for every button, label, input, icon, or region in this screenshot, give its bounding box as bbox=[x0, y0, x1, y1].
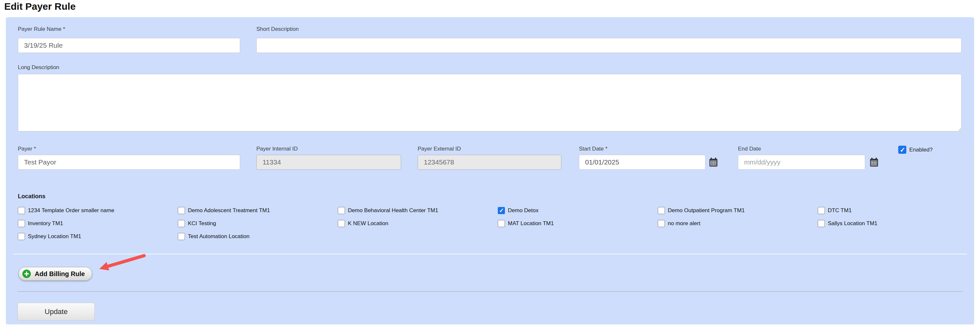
payer-label: Payer * bbox=[18, 146, 36, 152]
location-label: MAT Location TM1 bbox=[508, 220, 554, 227]
location-label: Demo Detox bbox=[508, 207, 538, 214]
checkbox-icon[interactable] bbox=[498, 220, 505, 227]
payer-rule-name-label: Payer Rule Name * bbox=[18, 26, 65, 32]
location-checkbox-item[interactable]: Demo Outpatient Program TM1 bbox=[658, 207, 818, 214]
checkbox-icon[interactable] bbox=[178, 233, 185, 240]
start-date-input[interactable] bbox=[579, 155, 705, 170]
payer-internal-id-label: Payer Internal ID bbox=[256, 146, 298, 152]
update-button[interactable]: Update bbox=[18, 303, 95, 320]
checkbox-icon[interactable] bbox=[18, 233, 25, 240]
calendar-icon[interactable] bbox=[870, 158, 878, 167]
location-checkbox-item[interactable]: no more alert bbox=[658, 220, 818, 227]
checkbox-icon[interactable] bbox=[338, 220, 345, 227]
location-label: Inventory TM1 bbox=[28, 220, 63, 227]
checkbox-icon[interactable] bbox=[818, 220, 825, 227]
calendar-icon[interactable] bbox=[709, 158, 718, 167]
checkbox-icon[interactable] bbox=[18, 207, 25, 214]
long-description-label: Long Description bbox=[18, 64, 59, 71]
location-checkbox-item[interactable]: Demo Adolescent Treatment TM1 bbox=[178, 207, 338, 214]
location-checkbox-item[interactable]: MAT Location TM1 bbox=[498, 220, 658, 227]
checkbox-icon[interactable] bbox=[498, 207, 505, 214]
location-label: no more alert bbox=[668, 220, 700, 227]
checkbox-icon[interactable] bbox=[18, 220, 25, 227]
add-billing-rule-button[interactable]: Add Billing Rule bbox=[19, 267, 92, 281]
enabled-checkbox-item[interactable]: Enabled? bbox=[898, 146, 932, 154]
location-label: Demo Behavioral Health Center TM1 bbox=[348, 207, 438, 214]
payer-rule-form-panel: Payer Rule Name * Short Description Long… bbox=[6, 17, 974, 325]
checkbox-icon[interactable] bbox=[178, 220, 185, 227]
end-date-input[interactable] bbox=[738, 155, 865, 170]
checkbox-icon[interactable] bbox=[658, 220, 665, 227]
red-arrow-annotation bbox=[93, 244, 150, 274]
location-checkbox-item[interactable]: Inventory TM1 bbox=[18, 220, 178, 227]
location-label: Sallys Location TM1 bbox=[828, 220, 877, 227]
divider bbox=[18, 291, 963, 292]
payer-rule-name-input[interactable] bbox=[18, 38, 240, 53]
locations-grid: 1234 Template Order smaller nameDemo Ado… bbox=[18, 207, 978, 240]
end-date-label: End Date bbox=[738, 146, 761, 152]
location-checkbox-item[interactable]: DTC TM1 bbox=[818, 207, 978, 214]
checkbox-icon[interactable] bbox=[338, 207, 345, 214]
short-description-label: Short Description bbox=[256, 26, 299, 32]
location-checkbox-item[interactable]: Sallys Location TM1 bbox=[818, 220, 978, 227]
location-checkbox-item[interactable]: Demo Behavioral Health Center TM1 bbox=[338, 207, 498, 214]
location-checkbox-item[interactable]: Sydney Location TM1 bbox=[18, 233, 178, 240]
location-checkbox-item[interactable]: K NEW Location bbox=[338, 220, 498, 227]
plus-circle-icon bbox=[22, 269, 31, 279]
locations-heading: Locations bbox=[18, 193, 45, 200]
location-checkbox-item[interactable]: Demo Detox bbox=[498, 207, 658, 214]
long-description-textarea[interactable] bbox=[18, 74, 961, 131]
location-checkbox-item[interactable]: KCI Testing bbox=[178, 220, 338, 227]
location-checkbox-item[interactable]: 1234 Template Order smaller name bbox=[18, 207, 178, 214]
location-label: K NEW Location bbox=[348, 220, 388, 227]
add-billing-rule-label: Add Billing Rule bbox=[35, 270, 85, 278]
location-label: 1234 Template Order smaller name bbox=[28, 207, 114, 214]
location-label: KCI Testing bbox=[188, 220, 216, 227]
short-description-input[interactable] bbox=[256, 38, 961, 53]
location-label: Sydney Location TM1 bbox=[28, 233, 81, 240]
divider bbox=[13, 254, 967, 254]
location-label: Demo Adolescent Treatment TM1 bbox=[188, 207, 270, 214]
payer-input[interactable] bbox=[18, 155, 240, 170]
payer-external-id-input bbox=[418, 155, 562, 170]
page-title: Edit Payer Rule bbox=[4, 1, 76, 12]
location-label: Demo Outpatient Program TM1 bbox=[668, 207, 745, 214]
location-checkbox-item[interactable]: Test Automation Location bbox=[178, 233, 338, 240]
checkbox-icon[interactable] bbox=[818, 207, 825, 214]
start-date-label: Start Date * bbox=[579, 146, 608, 152]
payer-internal-id-input bbox=[256, 155, 401, 170]
checkbox-icon[interactable] bbox=[178, 207, 185, 214]
edit-payer-rule-page: Edit Payer Rule Payer Rule Name * Short … bbox=[0, 0, 980, 328]
payer-external-id-label: Payer External ID bbox=[418, 146, 461, 152]
checkbox-icon[interactable] bbox=[658, 207, 665, 214]
location-label: DTC TM1 bbox=[828, 207, 851, 214]
enabled-label: Enabled? bbox=[909, 146, 932, 153]
enabled-checkbox[interactable] bbox=[898, 146, 906, 154]
location-label: Test Automation Location bbox=[188, 233, 250, 240]
